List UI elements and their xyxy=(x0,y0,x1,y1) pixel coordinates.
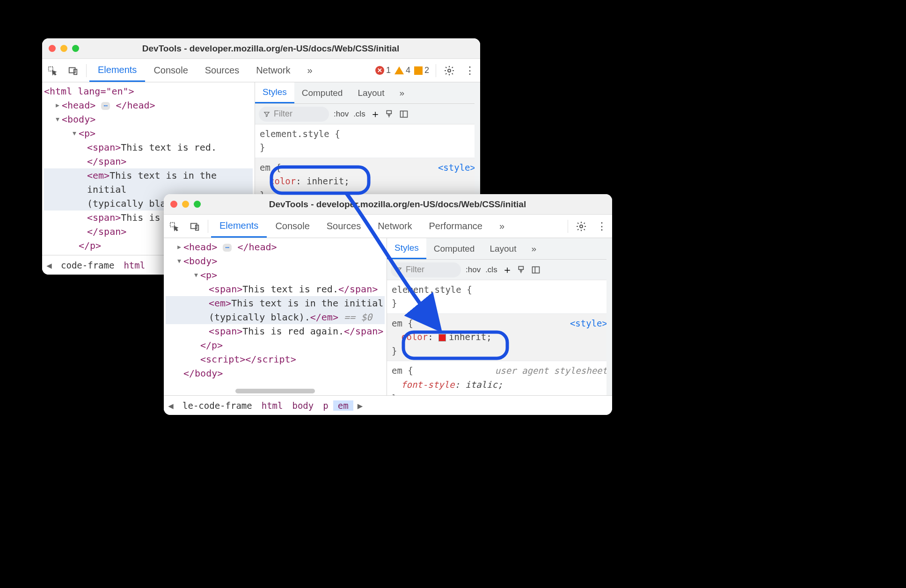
tab-performance[interactable]: Performance xyxy=(421,215,491,238)
rule-origin-link[interactable]: <style> xyxy=(570,317,607,330)
tabs-overflow[interactable]: » xyxy=(491,215,513,238)
color-swatch-icon[interactable] xyxy=(438,334,446,341)
sub-tab-styles[interactable]: Styles xyxy=(255,82,294,103)
tab-network[interactable]: Network xyxy=(248,59,299,82)
tab-sources[interactable]: Sources xyxy=(197,59,248,82)
status-badges[interactable]: ✕1 4 2 xyxy=(372,65,433,75)
dom-p[interactable]: <p> xyxy=(79,128,95,139)
sub-tab-styles[interactable]: Styles xyxy=(387,238,426,259)
main-toolbar: Elements Console Sources Network » ✕1 4 … xyxy=(42,59,480,82)
main-toolbar: Elements Console Sources Network Perform… xyxy=(164,215,612,238)
tab-sources[interactable]: Sources xyxy=(318,215,369,238)
sub-tab-layout[interactable]: Layout xyxy=(482,238,524,259)
crumb-body[interactable]: body xyxy=(287,400,318,411)
rendering-icon[interactable] xyxy=(531,265,541,275)
crumb-frame[interactable]: le-code-frame xyxy=(178,400,257,411)
inspect-icon[interactable] xyxy=(43,61,62,80)
window-title: DevTools - developer.mozilla.org/en-US/d… xyxy=(87,44,474,54)
new-rule-icon[interactable]: ＋ xyxy=(502,263,512,277)
main-tabs: Elements Console Sources Network Perform… xyxy=(211,215,565,238)
kebab-menu-icon[interactable]: ⋮ xyxy=(592,217,611,236)
warning-badge[interactable]: 4 xyxy=(395,65,410,75)
svg-rect-11 xyxy=(532,267,539,273)
crumb-em[interactable]: em xyxy=(333,400,353,411)
titlebar: DevTools - developer.mozilla.org/en-US/d… xyxy=(42,38,480,59)
dom-selected-em[interactable]: <em>This text is in the initial xyxy=(44,168,253,196)
error-badge[interactable]: ✕1 xyxy=(375,65,391,75)
ua-rule-block[interactable]: user agent stylesheet em { font-style: i… xyxy=(387,361,612,395)
main-tabs: Elements Console Sources Network » xyxy=(89,59,372,82)
dom-head[interactable]: <head> xyxy=(62,100,95,111)
breadcrumb-left-icon[interactable]: ◀ xyxy=(42,260,56,270)
dom-p[interactable]: <p> xyxy=(200,269,217,281)
issues-badge[interactable]: 2 xyxy=(414,65,429,75)
styles-brush-icon[interactable] xyxy=(385,109,395,119)
crumb-p[interactable]: p xyxy=(318,400,333,411)
sub-tabs-overflow[interactable]: » xyxy=(524,238,544,259)
tabs-overflow[interactable]: » xyxy=(299,59,321,82)
svg-rect-5 xyxy=(400,111,407,117)
dom-body[interactable]: <body> xyxy=(183,255,217,267)
hov-toggle[interactable]: :hov xyxy=(466,265,481,275)
window-controls[interactable] xyxy=(49,45,79,52)
tab-elements[interactable]: Elements xyxy=(89,59,145,82)
svg-rect-4 xyxy=(387,110,391,114)
rule-origin-ua: user agent stylesheet xyxy=(495,364,607,377)
new-rule-icon[interactable]: ＋ xyxy=(370,107,380,121)
inspect-icon[interactable] xyxy=(165,217,183,236)
element-style-block[interactable]: element.style { } xyxy=(255,124,480,158)
settings-icon[interactable] xyxy=(440,61,459,80)
close-icon[interactable] xyxy=(49,45,56,52)
sub-tab-layout[interactable]: Layout xyxy=(350,82,392,103)
crumb-html[interactable]: html xyxy=(257,400,288,411)
minimize-icon[interactable] xyxy=(60,45,67,52)
crumb-html[interactable]: html xyxy=(119,260,150,270)
dom-tree[interactable]: ▸<head> ⋯ </head> ▾<body> ▾<p> <span>Thi… xyxy=(164,238,387,395)
dom-selected-em[interactable]: <em>This text is in the initial xyxy=(166,296,385,310)
cls-toggle[interactable]: .cls xyxy=(485,265,497,275)
styles-filter-input[interactable]: Filter xyxy=(259,107,329,122)
dom-body[interactable]: <body> xyxy=(62,114,95,125)
element-style-block[interactable]: element.style { } xyxy=(387,280,612,314)
filter-icon xyxy=(395,267,402,273)
maximize-icon[interactable] xyxy=(72,45,79,52)
styles-filter-input[interactable]: Filter xyxy=(391,262,461,277)
hov-toggle[interactable]: :hov xyxy=(334,109,349,119)
close-icon[interactable] xyxy=(170,201,177,208)
window-title: DevTools - developer.mozilla.org/en-US/d… xyxy=(208,199,606,210)
sub-tab-computed[interactable]: Computed xyxy=(426,238,482,259)
device-mode-icon[interactable] xyxy=(185,217,204,236)
svg-point-9 xyxy=(580,225,583,228)
rendering-icon[interactable] xyxy=(399,109,409,119)
tab-console[interactable]: Console xyxy=(267,215,318,238)
window-controls[interactable] xyxy=(170,201,201,208)
device-mode-icon[interactable] xyxy=(64,61,82,80)
dom-head[interactable]: <head> xyxy=(183,241,217,253)
styles-brush-icon[interactable] xyxy=(517,265,526,275)
breadcrumb-left-icon[interactable]: ◀ xyxy=(164,400,178,411)
maximize-icon[interactable] xyxy=(194,201,201,208)
tab-console[interactable]: Console xyxy=(145,59,196,82)
settings-icon[interactable] xyxy=(572,217,591,236)
styles-sub-tabs: Styles Computed Layout » xyxy=(255,82,480,104)
svg-point-3 xyxy=(448,69,451,72)
collapse-ellipsis-icon[interactable]: ⋯ xyxy=(101,102,110,110)
styles-filter-row: Filter :hov .cls ＋ xyxy=(255,104,480,124)
tab-elements[interactable]: Elements xyxy=(211,215,267,238)
dom-html[interactable]: <html lang="en"> xyxy=(44,86,134,97)
breadcrumb-right-icon[interactable]: ▶ xyxy=(353,400,367,411)
sub-tab-computed[interactable]: Computed xyxy=(294,82,351,103)
crumb-frame[interactable]: code-frame xyxy=(56,260,119,270)
collapse-ellipsis-icon[interactable]: ⋯ xyxy=(223,244,232,252)
tab-network[interactable]: Network xyxy=(369,215,420,238)
breadcrumb-bar[interactable]: ◀ le-code-frame html body p em ▶ xyxy=(164,395,612,415)
em-rule-block[interactable]: <style> em { color: inherit; } xyxy=(387,314,612,361)
cls-toggle[interactable]: .cls xyxy=(353,109,365,119)
rule-origin-link[interactable]: <style> xyxy=(438,161,475,174)
devtools-window-b: DevTools - developer.mozilla.org/en-US/d… xyxy=(164,194,612,415)
horizontal-scrollbar[interactable] xyxy=(235,389,315,393)
dom-ref: == $0 xyxy=(344,312,372,323)
sub-tabs-overflow[interactable]: » xyxy=(392,82,412,103)
kebab-menu-icon[interactable]: ⋮ xyxy=(460,61,479,80)
minimize-icon[interactable] xyxy=(182,201,189,208)
